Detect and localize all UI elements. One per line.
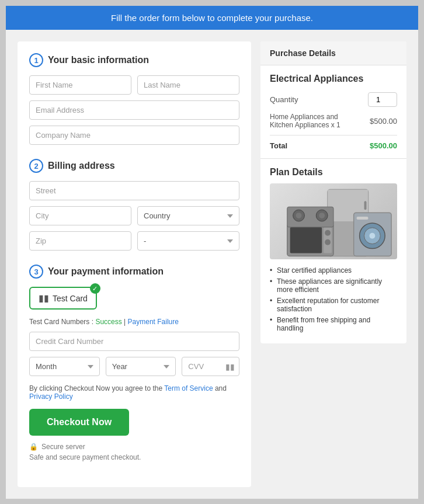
svg-rect-11	[290, 227, 322, 253]
success-link[interactable]: Success	[95, 318, 121, 326]
plan-feature-item: Benefit from free shipping and handling	[270, 316, 397, 332]
svg-point-8	[369, 233, 375, 239]
company-input[interactable]	[29, 126, 239, 145]
main-content: 1 Your basic information 2 Billi	[6, 30, 418, 499]
failure-link[interactable]: Payment Failure	[128, 318, 179, 326]
state-select[interactable]: -	[137, 231, 239, 251]
email-input[interactable]	[29, 100, 239, 120]
cvv-row: Month 01 02 03 12 Year 2024 2025 2026	[29, 357, 239, 376]
purchase-body: Electrical Appliances Quantity Home Appl…	[260, 65, 406, 158]
email-row	[29, 100, 239, 120]
terms-text: By clicking Checkout Now you agree to th…	[29, 384, 239, 401]
svg-point-19	[319, 213, 325, 218]
total-value: $500.00	[370, 141, 397, 150]
plan-title: Plan Details	[270, 167, 397, 178]
zip-input[interactable]	[29, 231, 131, 251]
item-row: Home Appliances and Kitchen Appliances x…	[270, 113, 397, 129]
terms-of-service-link[interactable]: Term of Service	[164, 384, 213, 392]
svg-rect-3	[364, 201, 367, 210]
lock-icon: 🔒	[29, 443, 38, 451]
first-name-input[interactable]	[29, 75, 131, 95]
svg-point-17	[296, 213, 302, 218]
section2-title: 2 Billing address	[29, 159, 239, 173]
section1-number: 1	[29, 53, 43, 67]
name-row	[29, 75, 239, 95]
section-billing: 2 Billing address Country United States …	[29, 159, 239, 251]
section1-title: 1 Your basic information	[29, 53, 239, 67]
month-select[interactable]: Month 01 02 03 12	[29, 357, 100, 376]
company-row	[29, 126, 239, 145]
secure-sub-text: Safe and secure payment checkout.	[29, 453, 239, 461]
privacy-policy-link[interactable]: Privacy Policy	[29, 392, 73, 401]
test-card-info: Test Card Numbers : Success | Payment Fa…	[29, 318, 239, 326]
right-panel: Purchase Details Electrical Appliances Q…	[260, 41, 406, 343]
cvv-wrapper: ▮▮	[182, 357, 239, 376]
last-name-input[interactable]	[137, 75, 239, 95]
section3-label: Your payment information	[48, 266, 164, 277]
section-payment: 3 Your payment information ▮▮ Test Card …	[29, 265, 239, 461]
plan-features-list: Star certified appliancesThese appliance…	[270, 266, 397, 332]
appliance-image	[270, 183, 397, 259]
year-select[interactable]: Year 2024 2025 2026	[106, 357, 176, 376]
credit-card-icon: ▮▮	[39, 293, 49, 304]
country-select[interactable]: Country United States United Kingdom	[137, 206, 239, 225]
quantity-label: Quantity	[270, 95, 298, 104]
svg-rect-13	[325, 230, 331, 236]
test-card-label: Test Card Numbers :	[29, 318, 93, 326]
quantity-input[interactable]	[368, 92, 397, 107]
street-row	[29, 181, 239, 200]
section2-label: Billing address	[48, 161, 115, 171]
city-country-row: Country United States United Kingdom	[29, 206, 239, 225]
plan-feature-item: Excellent reputation for customer satisf…	[270, 297, 397, 313]
checkout-button[interactable]: Checkout Now	[29, 409, 129, 436]
card-option-label: Test Card	[53, 294, 88, 303]
quantity-row: Quantity	[270, 92, 397, 107]
product-title: Electrical Appliances	[270, 74, 397, 84]
top-banner: Fill the order form below to complete yo…	[6, 6, 418, 30]
left-panel: 1 Your basic information 2 Billi	[18, 41, 251, 487]
svg-rect-9	[357, 217, 369, 220]
item-label: Home Appliances and Kitchen Appliances x…	[270, 113, 352, 129]
secure-label: Secure server	[41, 443, 85, 451]
plan-feature-item: These appliances are significantly more …	[270, 277, 397, 294]
plan-section: Plan Details	[260, 158, 406, 343]
secure-info: 🔒 Secure server	[29, 443, 239, 451]
street-input[interactable]	[29, 181, 239, 200]
plan-feature-item: Star certified appliances	[270, 266, 397, 274]
banner-text: Fill the order form below to complete yo…	[111, 13, 313, 23]
card-option[interactable]: ▮▮ Test Card ✓	[29, 287, 97, 310]
item-price: $500.00	[370, 117, 397, 126]
total-label: Total	[270, 141, 287, 150]
total-row: Total $500.00	[270, 135, 397, 150]
section3-number: 3	[29, 265, 43, 279]
card-check-icon: ✓	[90, 283, 100, 294]
credit-card-input[interactable]	[29, 332, 239, 351]
city-input[interactable]	[29, 206, 131, 225]
section3-title: 3 Your payment information	[29, 265, 239, 279]
purchase-header: Purchase Details	[260, 41, 406, 65]
page-wrapper: Fill the order form below to complete yo…	[6, 6, 418, 499]
cvv-card-icon: ▮▮	[225, 362, 235, 371]
section-basic-info: 1 Your basic information	[29, 53, 239, 145]
svg-rect-14	[325, 239, 331, 245]
zip-state-row: -	[29, 231, 239, 251]
section2-number: 2	[29, 159, 43, 173]
credit-card-row	[29, 332, 239, 351]
section1-label: Your basic information	[48, 55, 149, 65]
